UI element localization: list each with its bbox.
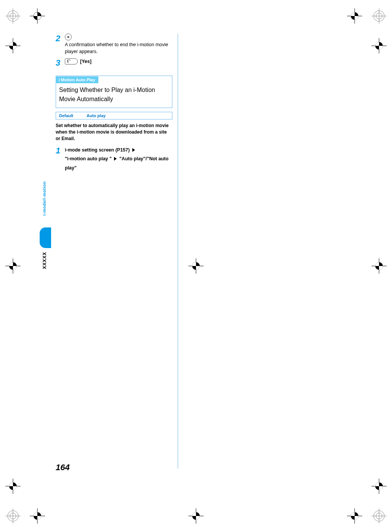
step-3: 3 [Yes]: [56, 58, 172, 67]
crop-target-icon: [371, 258, 387, 274]
crop-target-icon: [347, 508, 362, 524]
crop-mark-icon: [371, 508, 387, 524]
step-number: 1: [56, 146, 65, 173]
crop-mark-icon: [371, 8, 387, 24]
crop-target-icon: [5, 38, 21, 53]
crop-target-icon: [5, 258, 21, 274]
crop-target-icon: [347, 8, 362, 24]
arrow-icon: [132, 148, 135, 152]
step-text: i-mode setting screen (P157): [65, 147, 130, 153]
default-label: Default: [56, 112, 84, 119]
section-title: Setting Whether to Play an i-Motion Movi…: [56, 83, 172, 108]
side-tab-indicator: [40, 227, 51, 248]
step-1-sub: 1 i-mode setting screen (P157) "i-motion…: [56, 146, 172, 173]
step-desc: A confirmation whether to end the i-moti…: [65, 41, 172, 55]
section-box: i Motion Auto Play Setting Whether to Pl…: [56, 76, 172, 108]
crop-target-icon: [188, 508, 204, 524]
page-number: 164: [56, 463, 70, 472]
step-number: 3: [56, 58, 65, 67]
crop-mark-icon: [5, 8, 21, 24]
step-number: 2: [56, 34, 65, 55]
side-placeholder: XXXXX: [42, 252, 47, 269]
arrow-icon: [114, 157, 117, 161]
crop-target-icon: [5, 479, 21, 494]
center-key-icon: [65, 34, 72, 40]
step-bracket: [Yes]: [80, 58, 92, 65]
left-column: 2 A confirmation whether to end the i-mo…: [56, 34, 178, 469]
crop-target-icon: [371, 38, 387, 53]
crop-target-icon: [30, 8, 45, 24]
side-tab-label: i-mode/i-motion: [42, 181, 47, 216]
step-text: "i-motion auto play ": [65, 156, 112, 161]
softkey-icon: [65, 58, 78, 64]
intro-text: Set whether to automatically play an i-m…: [56, 123, 172, 142]
crop-mark-icon: [5, 508, 21, 524]
default-row: Default Auto play: [56, 112, 172, 119]
right-column: [178, 34, 345, 469]
content-area: 2 A confirmation whether to end the i-mo…: [56, 34, 345, 469]
default-value: Auto play: [84, 112, 172, 119]
side-tab: i-mode/i-motion: [42, 181, 47, 216]
crop-target-icon: [30, 508, 45, 524]
crop-target-icon: [371, 479, 387, 494]
section-tag: i Motion Auto Play: [56, 76, 98, 83]
step-2: 2 A confirmation whether to end the i-mo…: [56, 34, 172, 55]
page-root: i-mode/i-motion XXXXX 2 A confirmation w…: [0, 0, 392, 532]
